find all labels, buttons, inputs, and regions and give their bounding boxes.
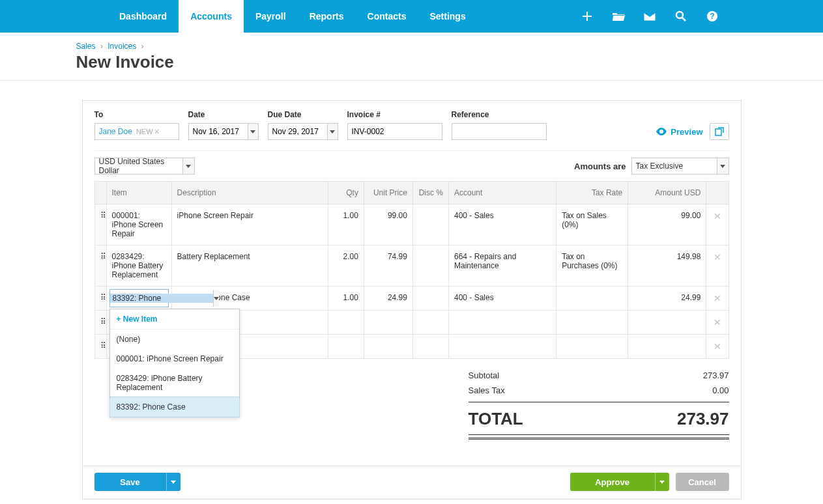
date-picker-button[interactable]: [248, 124, 258, 139]
cell-price[interactable]: 99.00: [364, 204, 412, 245]
cell-disc[interactable]: [412, 204, 448, 245]
drag-handle[interactable]: ⠿: [94, 287, 106, 311]
due-date-input[interactable]: [268, 123, 338, 140]
th-delete: [706, 182, 729, 204]
cell-disc[interactable]: [412, 311, 448, 335]
date-field: Date: [188, 110, 259, 140]
item-combobox-input[interactable]: [110, 294, 213, 303]
cell-qty[interactable]: 1.00: [328, 287, 364, 311]
nav-payroll[interactable]: Payroll: [244, 0, 298, 33]
cell-account[interactable]: 400 - Sales: [449, 204, 556, 245]
cell-tax[interactable]: [556, 311, 628, 335]
page-header-wrap: Sales › Invoices › New Invoice: [0, 33, 823, 81]
delete-row-button[interactable]: ✕: [706, 311, 729, 335]
cell-account[interactable]: 664 - Repairs and Maintenance: [449, 245, 556, 287]
cell-account[interactable]: [449, 311, 556, 335]
line-items-table: Item Description Qty Unit Price Disc % A…: [94, 181, 729, 359]
cell-qty[interactable]: 2.00: [328, 245, 364, 287]
reference-input[interactable]: [452, 123, 547, 140]
open-new-window-button[interactable]: [710, 123, 729, 140]
to-contact-chip[interactable]: Jane Doe: [99, 127, 132, 136]
invoice-number-input[interactable]: [347, 123, 442, 140]
amounts-are-select[interactable]: Tax Exclusive: [631, 158, 729, 175]
cell-disc[interactable]: [412, 335, 448, 359]
cell-amount: 24.99: [628, 287, 706, 311]
amounts-are-dropdown-button[interactable]: [717, 158, 729, 174]
nav-settings[interactable]: Settings: [418, 0, 477, 33]
table-header-row: Item Description Qty Unit Price Disc % A…: [94, 182, 729, 204]
item-dropdown: + New Item (None) 000001: iPhone Screen …: [109, 309, 240, 417]
approve-dropdown-button[interactable]: [655, 473, 669, 491]
dropdown-option[interactable]: 000001: iPhone Screen Repair: [110, 349, 239, 369]
date-input[interactable]: [188, 123, 259, 140]
cell-tax[interactable]: Tax on Purchases (0%): [556, 245, 628, 287]
dropdown-option[interactable]: (None): [110, 329, 239, 349]
cell-price[interactable]: 74.99: [364, 245, 412, 287]
footer-right: Approve Cancel: [570, 473, 729, 491]
drag-handle[interactable]: ⠿: [94, 204, 106, 245]
cell-qty[interactable]: 1.00: [328, 204, 364, 245]
nav-dashboard[interactable]: Dashboard: [108, 0, 179, 33]
subtotal-value: 273.97: [703, 371, 729, 380]
breadcrumb-invoices[interactable]: Invoices: [108, 42, 136, 51]
to-input-wrap[interactable]: Jane Doe NEW ×: [94, 123, 179, 140]
cell-price[interactable]: 24.99: [364, 287, 412, 311]
cell-qty[interactable]: [328, 311, 364, 335]
cell-price[interactable]: [364, 311, 412, 335]
dropdown-new-item[interactable]: + New Item: [110, 309, 239, 329]
invoice-number-value[interactable]: [352, 124, 438, 139]
reference-value[interactable]: [456, 124, 542, 139]
due-date-value[interactable]: [272, 124, 325, 139]
cell-disc[interactable]: [412, 287, 448, 311]
cancel-button[interactable]: Cancel: [676, 473, 729, 491]
save-button[interactable]: Save: [94, 473, 166, 491]
cell-desc[interactable]: Battery Replacement: [171, 245, 328, 287]
amounts-are-label: Amounts are: [574, 161, 626, 171]
cell-item-editing[interactable]: + New Item (None) 000001: iPhone Screen …: [106, 287, 171, 311]
page-title: New Invoice: [76, 52, 770, 72]
item-combobox[interactable]: [109, 289, 169, 307]
currency-dropdown-button[interactable]: [182, 158, 194, 174]
dropdown-option-highlighted[interactable]: 83392: Phone Case: [109, 397, 240, 417]
drag-handle[interactable]: ⠿: [94, 311, 106, 335]
nav-reports[interactable]: Reports: [298, 0, 356, 33]
cell-qty[interactable]: [328, 335, 364, 359]
delete-row-button[interactable]: ✕: [706, 335, 729, 359]
folder-icon[interactable]: [612, 10, 625, 23]
breadcrumb-sales[interactable]: Sales: [76, 42, 96, 51]
approve-button[interactable]: Approve: [570, 473, 655, 491]
chevron-down-icon: [659, 481, 665, 484]
cell-account[interactable]: [449, 335, 556, 359]
dropdown-option[interactable]: 0283429: iPhone Battery Replacement: [110, 369, 239, 397]
cell-disc[interactable]: [412, 245, 448, 287]
mail-icon[interactable]: [643, 10, 656, 23]
due-date-picker-button[interactable]: [327, 124, 338, 139]
drag-handle[interactable]: ⠿: [94, 245, 106, 287]
preview-link[interactable]: Preview: [656, 127, 702, 137]
breadcrumb-sep: ›: [141, 42, 144, 51]
date-value[interactable]: [193, 124, 245, 139]
chevron-down-icon: [186, 165, 191, 168]
nav-contacts[interactable]: Contacts: [356, 0, 418, 33]
delete-row-button[interactable]: ✕: [706, 245, 729, 287]
cell-price[interactable]: [364, 335, 412, 359]
to-clear-icon[interactable]: ×: [154, 126, 160, 137]
drag-handle[interactable]: ⠿: [94, 335, 106, 359]
plus-icon[interactable]: [581, 10, 594, 23]
delete-row-button[interactable]: ✕: [706, 204, 729, 245]
save-dropdown-button[interactable]: [166, 473, 180, 491]
cell-item[interactable]: 000001: iPhone Screen Repair: [106, 204, 171, 245]
item-combobox-button[interactable]: [213, 290, 219, 307]
cell-account[interactable]: 400 - Sales: [449, 287, 556, 311]
help-icon[interactable]: ?: [706, 10, 719, 23]
delete-row-button[interactable]: ✕: [706, 287, 729, 311]
cell-tax[interactable]: [556, 335, 628, 359]
th-item: Item: [106, 182, 171, 204]
cell-item[interactable]: 0283429: iPhone Battery Replacement: [106, 245, 171, 287]
search-icon[interactable]: [674, 10, 687, 23]
currency-select[interactable]: USD United States Dollar: [94, 158, 195, 175]
nav-accounts[interactable]: Accounts: [179, 0, 244, 33]
cell-tax[interactable]: Tax on Sales (0%): [556, 204, 628, 245]
cell-desc[interactable]: iPhone Screen Repair: [171, 204, 328, 245]
cell-tax[interactable]: [556, 287, 628, 311]
